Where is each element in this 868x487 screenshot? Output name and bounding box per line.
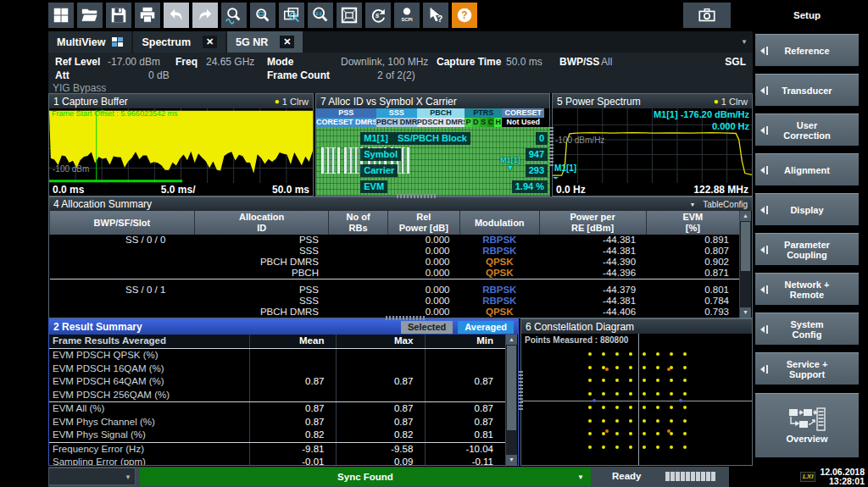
splitter-handle[interactable] bbox=[397, 194, 436, 198]
toolbar-button-print[interactable] bbox=[135, 3, 160, 28]
bwp-ss-value[interactable]: All bbox=[601, 56, 612, 68]
splitter-handle[interactable] bbox=[519, 371, 523, 410]
status-dropdown[interactable]: ▼ bbox=[48, 468, 136, 485]
toolbar-button-zoom-trace[interactable] bbox=[221, 3, 247, 28]
toolbar-button-restart-sweep[interactable]: s bbox=[365, 3, 391, 28]
splitter-handle[interactable] bbox=[549, 127, 554, 166]
status-bar: ▼ Sync Found ▼ Ready bbox=[48, 467, 729, 487]
att-value[interactable]: 0 dB bbox=[148, 69, 170, 81]
marker-m1-label[interactable]: M1[1] bbox=[554, 163, 576, 173]
tab-bar: MultiView Spectrum ✕ 5G NR ✕ ▼ bbox=[48, 31, 753, 53]
table-config-button[interactable]: ▼ TableConfig bbox=[689, 200, 748, 209]
toolbar-button-save[interactable] bbox=[106, 3, 131, 28]
softkey-reference[interactable]: Reference bbox=[755, 34, 859, 66]
toolbar-button-camera[interactable] bbox=[683, 3, 731, 28]
toolbar-button-display-frame[interactable] bbox=[337, 3, 362, 28]
allocation-header-2: No of RBs bbox=[329, 211, 387, 235]
camera-icon bbox=[698, 6, 716, 25]
zoom-selection-icon bbox=[253, 6, 272, 25]
constellation-point bbox=[615, 392, 619, 396]
softkey-parameter-coupling[interactable]: ParameterCoupling bbox=[755, 233, 859, 265]
softkey-service-support[interactable]: Service +Support bbox=[755, 352, 859, 385]
splitter-handle[interactable] bbox=[386, 316, 425, 320]
constellation-point bbox=[629, 366, 632, 369]
constellation-point bbox=[683, 392, 687, 396]
softkey-system-config[interactable]: SystemConfig bbox=[755, 313, 859, 345]
allocation-header-3: Rel Power [dB] bbox=[387, 211, 459, 235]
close-icon[interactable]: ✕ bbox=[203, 36, 217, 48]
softkey-user-correction[interactable]: UserCorrection bbox=[755, 113, 859, 146]
tab-multiview[interactable]: MultiView bbox=[48, 31, 131, 53]
scroll-down-icon[interactable]: ▼ bbox=[506, 455, 517, 465]
view-selected-button[interactable]: Selected bbox=[401, 321, 453, 334]
toolbar-button-zoom-1to1[interactable]: 1:1 bbox=[308, 3, 333, 28]
toolbar-button-help-pointer[interactable]: ? bbox=[423, 3, 448, 28]
toolbar-button-zoom-multi-window[interactable] bbox=[279, 3, 304, 28]
carrier-stripe-group bbox=[321, 147, 340, 174]
legend-r1-3: PTRS bbox=[465, 108, 502, 118]
softkey-alignment[interactable]: Alignment bbox=[755, 153, 859, 185]
chevron-down-icon: ▼ bbox=[689, 202, 695, 208]
softkey-network-remote[interactable]: Network +Remote bbox=[755, 273, 859, 305]
x-axis-start: 0.0 ms bbox=[53, 184, 84, 196]
scroll-up-icon[interactable]: ▲ bbox=[506, 335, 517, 345]
scroll-down-icon[interactable]: ▼ bbox=[740, 307, 751, 318]
mode-value[interactable]: Downlink, 100 MHz bbox=[341, 56, 428, 68]
constellation-point bbox=[615, 432, 619, 435]
softkey-label: Transducer bbox=[782, 86, 832, 96]
capture-buffer-title: 1 Capture Buffer bbox=[53, 96, 128, 108]
x-axis-end: 50.0 ms bbox=[272, 184, 309, 196]
allocation-header-1: Allocation ID bbox=[194, 211, 329, 235]
alloc-legend-row1: PSSSSSPBCHPTRSCORESET bbox=[316, 108, 549, 118]
tab-5gnr-label: 5G NR bbox=[236, 36, 268, 48]
close-icon[interactable]: ✕ bbox=[280, 36, 294, 48]
constellation-point bbox=[602, 432, 605, 435]
marker-row-label: Carrier bbox=[360, 164, 398, 177]
tab-spectrum-label: Spectrum bbox=[142, 36, 191, 48]
toolbar-button-zoom-selection[interactable] bbox=[250, 3, 275, 28]
softkey-transducer[interactable]: Transducer bbox=[755, 74, 859, 106]
allocation-table-scrollbar[interactable]: ▲ ▼ bbox=[739, 211, 751, 318]
marker-row-label: EVM bbox=[360, 180, 387, 193]
overview-button[interactable]: Overview bbox=[755, 393, 859, 457]
tab-spectrum[interactable]: Spectrum ✕ bbox=[133, 31, 225, 53]
constellation-point bbox=[615, 366, 619, 369]
capture-time-value[interactable]: 50.0 ms bbox=[506, 56, 542, 68]
allocation-header-4: Modulation bbox=[460, 211, 540, 235]
marker-m1-pointer[interactable]: M1[1]▼ bbox=[500, 157, 520, 172]
sync-status-bar[interactable]: Sync Found ▼ bbox=[140, 468, 591, 486]
submenu-arrow-icon bbox=[760, 365, 769, 374]
toolbar-button-open-file[interactable] bbox=[77, 3, 103, 28]
allocation-summary-title: 4 Allocation Summary bbox=[53, 198, 152, 210]
submenu-arrow-icon bbox=[760, 166, 769, 174]
view-averaged-button[interactable]: Averaged bbox=[458, 321, 514, 334]
zoom-1to1-icon: 1:1 bbox=[311, 6, 330, 25]
toolbar-button-scpi-recorder[interactable]: SCPI bbox=[394, 3, 420, 28]
constellation-point bbox=[656, 392, 659, 396]
constellation-point bbox=[656, 379, 659, 382]
constellation-point bbox=[656, 445, 659, 449]
softkey-display[interactable]: Display bbox=[755, 193, 859, 225]
trace-legend: ●1 Clrw bbox=[275, 97, 309, 107]
allocation-row: SS / 0 / 1PSS0.000RBPSK-44.3790.801 bbox=[50, 285, 740, 296]
toolbar-button-windows-logo[interactable] bbox=[48, 3, 74, 28]
constellation-point bbox=[656, 366, 659, 369]
chevron-down-icon[interactable]: ▼ bbox=[741, 38, 753, 46]
result-table-scrollbar[interactable]: ▲ ▼ bbox=[505, 335, 517, 465]
ref-level-value[interactable]: -17.00 dBm bbox=[108, 56, 160, 68]
progress-bar bbox=[665, 472, 715, 481]
scroll-up-icon[interactable]: ▲ bbox=[740, 211, 751, 221]
constellation-point bbox=[683, 445, 687, 449]
allocation-header-5: Power per RE [dBm] bbox=[539, 211, 646, 235]
sweep-mode-badge: SGL bbox=[725, 56, 746, 68]
freq-value[interactable]: 24.65 GHz bbox=[206, 56, 254, 68]
legend-r1-2: PBCH bbox=[417, 108, 465, 118]
result-row: Sampling Error (ppm)-0.010.09-0.11 bbox=[49, 456, 505, 465]
analyzer-screen: 1:1sSCPI?? MultiView Spectrum ✕ 5G NR ✕ … bbox=[0, 0, 868, 487]
tab-5gnr[interactable]: 5G NR ✕ bbox=[227, 31, 303, 53]
result-row: EVM All (%)0.870.870.87 bbox=[49, 402, 505, 416]
constellation-point bbox=[588, 445, 592, 449]
softkey-label: ParameterCoupling bbox=[784, 240, 830, 260]
toolbar-button-help[interactable]: ? bbox=[452, 3, 477, 28]
constellation-point bbox=[643, 406, 646, 409]
